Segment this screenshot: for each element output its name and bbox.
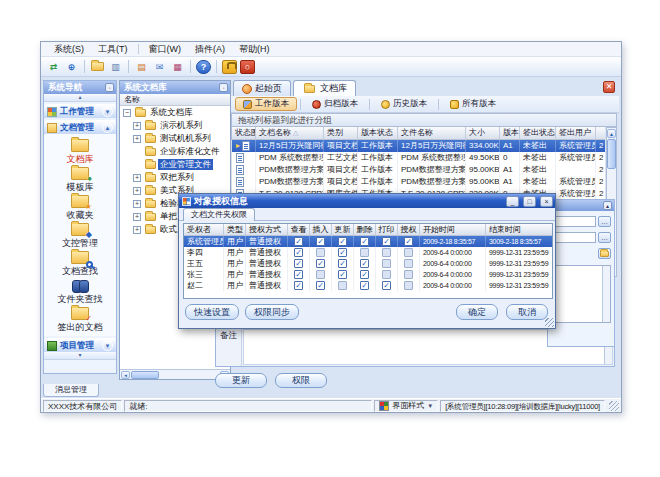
tab-folder-permissions[interactable]: 文档文件夹权限 xyxy=(183,208,255,221)
menu-help[interactable]: 帮助(H) xyxy=(232,42,277,57)
checkbox[interactable]: ✓ xyxy=(294,259,303,268)
panel-options-icon[interactable]: ◦ xyxy=(219,83,228,92)
tree-toggle-icon[interactable]: + xyxy=(133,226,141,234)
update-button[interactable]: 更新 xyxy=(215,373,267,388)
nav-scroll-down[interactable]: ▾ xyxy=(44,352,116,360)
checkbox[interactable]: ✓ xyxy=(294,281,303,290)
collapse-icon[interactable]: ▴ xyxy=(603,201,612,210)
pin-icon[interactable]: ◦ xyxy=(105,83,114,92)
column-header[interactable]: 查看 xyxy=(288,224,310,236)
menu-plugins[interactable]: 插件(A) xyxy=(188,42,232,57)
column-header[interactable]: 开始时间 xyxy=(420,224,486,236)
open-folder-icon[interactable] xyxy=(90,60,105,74)
column-header[interactable] xyxy=(596,127,605,140)
tab-document-library[interactable]: 文档库 xyxy=(293,80,356,96)
group-work-manage[interactable]: 工作管理▾ xyxy=(44,104,116,118)
table-row[interactable]: ▸12月5日万兴隆同行..项目文档工作版本12月5日万兴隆同行..334.00K… xyxy=(232,140,605,152)
item-checked-out-docs[interactable]: ✓签出的文档 xyxy=(44,305,116,333)
column-header[interactable]: 类型 xyxy=(224,224,246,236)
checkbox[interactable]: ✓ xyxy=(360,259,369,268)
globe-icon[interactable]: ⊕ xyxy=(64,60,79,74)
menu-tools[interactable]: 工具(T) xyxy=(91,42,135,57)
tree-toggle-icon[interactable]: + xyxy=(133,200,141,208)
checkbox[interactable]: ✓ xyxy=(360,237,369,246)
property-field[interactable] xyxy=(551,232,596,243)
tree-toggle-icon[interactable]: + xyxy=(133,213,141,221)
checkbox[interactable]: ✓ xyxy=(316,237,325,246)
ui-style-selector[interactable]: 界面样式 ▼ xyxy=(374,400,438,412)
column-header[interactable]: 删除 xyxy=(354,224,376,236)
checkbox[interactable]: ✓ xyxy=(294,270,303,279)
checkbox[interactable]: ✓ xyxy=(338,270,347,279)
resize-grip[interactable] xyxy=(609,401,619,411)
dialog-titlebar[interactable]: 对象授权信息 _□× xyxy=(179,194,555,208)
close-button[interactable]: × xyxy=(540,196,553,207)
column-header[interactable]: 大小 xyxy=(466,127,500,140)
column-header[interactable]: 签出用户 xyxy=(556,127,596,140)
checkbox[interactable]: ✓ xyxy=(338,237,347,246)
checkbox[interactable]: ✓ xyxy=(382,237,391,246)
scroll-thumb[interactable] xyxy=(607,139,616,169)
close-tab-button[interactable]: ✕ xyxy=(603,81,615,93)
table-row[interactable]: PDM 系统数据整理检..工艺文档工作版本PDM 系统数据整理..49.50KB… xyxy=(232,152,605,164)
permission-row[interactable]: 张三用户普通授权✓✓✓2009-6-4 0:00:009999-12-31 23… xyxy=(184,269,552,280)
scroll-up-icon[interactable]: ▲ xyxy=(607,129,616,138)
column-header[interactable]: 受权者 xyxy=(184,224,224,236)
checkbox[interactable] xyxy=(382,248,391,257)
checkbox[interactable] xyxy=(382,259,391,268)
sync-icon[interactable]: ⇄ xyxy=(46,60,61,74)
tree-item[interactable]: −系统文档库 xyxy=(120,106,230,119)
checkbox[interactable]: ✓ xyxy=(316,281,325,290)
checkbox[interactable] xyxy=(316,270,325,279)
tree-item[interactable]: +测试机机系列 xyxy=(120,132,230,145)
checkbox[interactable]: ✓ xyxy=(316,259,325,268)
ellipsis-button[interactable]: … xyxy=(598,216,611,227)
exit-icon[interactable]: ○ xyxy=(240,60,255,74)
permission-row[interactable]: 王五用户普通授权✓✓✓✓2009-6-4 0:00:009999-12-31 2… xyxy=(184,258,552,269)
checkbox[interactable]: ✓ xyxy=(338,248,347,257)
cancel-button[interactable]: 取消 xyxy=(506,304,548,320)
tree-item[interactable]: 企业标准化文件 xyxy=(120,145,230,158)
menu-window[interactable]: 窗口(W) xyxy=(142,42,189,57)
scrollbar[interactable] xyxy=(602,266,610,322)
column-header[interactable]: 版本状态 xyxy=(358,127,398,140)
checkbox[interactable]: ✓ xyxy=(294,248,303,257)
ok-button[interactable]: 确定 xyxy=(456,304,498,320)
tab-all-versions[interactable]: 所有版本 xyxy=(442,97,504,111)
tab-history-versions[interactable]: 历史版本 xyxy=(373,97,435,111)
checkbox[interactable]: ✓ xyxy=(404,237,413,246)
item-favorites[interactable]: ★收藏夹 xyxy=(44,193,116,221)
permission-row[interactable]: 李四用户普通授权✓✓2009-6-4 0:00:009999-12-31 23:… xyxy=(184,247,552,258)
column-header[interactable]: 类别 xyxy=(324,127,358,140)
permission-button[interactable]: 权限 xyxy=(275,373,327,388)
column-header[interactable]: 签出状态 xyxy=(520,127,556,140)
scroll-left-icon[interactable]: ◂ xyxy=(121,371,130,379)
lock-icon[interactable] xyxy=(222,60,237,74)
tree-toggle-icon[interactable]: + xyxy=(133,135,141,143)
item-template-library[interactable]: ●模板库 xyxy=(44,165,116,193)
checkbox[interactable] xyxy=(404,281,413,290)
permission-sync-button[interactable]: 权限同步 xyxy=(245,304,299,320)
checkbox[interactable]: ✓ xyxy=(360,270,369,279)
report-icon[interactable]: ▤ xyxy=(134,60,149,74)
column-header[interactable]: 文件名称 xyxy=(398,127,466,140)
ellipsis-button[interactable]: … xyxy=(598,232,611,243)
tree-toggle-icon[interactable]: + xyxy=(133,174,141,182)
column-header[interactable]: 版本号 xyxy=(500,127,520,140)
tree-item[interactable]: +双把系列 xyxy=(120,171,230,184)
folder-button[interactable] xyxy=(598,248,611,259)
checkbox[interactable]: ✓ xyxy=(338,259,347,268)
menu-system[interactable]: 系统(S) xyxy=(47,42,91,57)
notes-area[interactable] xyxy=(551,265,611,323)
item-folder-search[interactable]: 文件夹查找 xyxy=(44,277,116,305)
item-doc-search[interactable]: 文档查找 xyxy=(44,249,116,277)
browse-icon[interactable]: ▥ xyxy=(108,60,123,74)
scroll-thumb[interactable] xyxy=(131,371,159,379)
item-document-library[interactable]: 文档库 xyxy=(44,137,116,165)
checkbox[interactable]: ✓ xyxy=(382,281,391,290)
column-header[interactable]: 状态图 xyxy=(232,127,256,140)
chevron-down-icon[interactable]: ▾ xyxy=(102,340,113,351)
column-header[interactable]: 授权方式 xyxy=(246,224,288,236)
tree-item[interactable]: +演示机系列 xyxy=(120,119,230,132)
tab-message-manager[interactable]: 消息管理 xyxy=(43,384,99,397)
